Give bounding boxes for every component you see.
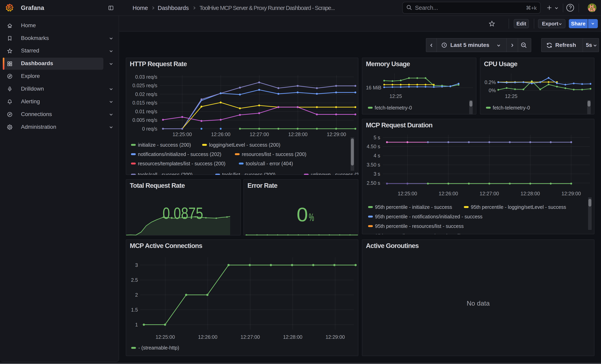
svg-text:12:29:00: 12:29:00 (326, 334, 345, 340)
svg-text:tools/list - success (200): tools/list - success (200) (222, 172, 275, 175)
svg-text:0%: 0% (489, 88, 496, 93)
svg-text:unknown - success (200): unknown - success (200) (311, 172, 358, 175)
svg-text:1.5: 1.5 (131, 307, 138, 313)
svg-text:logging/setLevel - success (20: logging/setLevel - success (200) (209, 142, 280, 148)
svg-text:tools/call - error (404): tools/call - error (404) (246, 161, 293, 166)
svg-text:12:26:00: 12:26:00 (211, 132, 230, 137)
svg-text:12:27:00: 12:27:00 (250, 132, 269, 137)
svg-text:%: % (309, 211, 314, 223)
svg-text:4.50 s: 4.50 s (367, 144, 380, 149)
svg-text:0.0875: 0.0875 (163, 204, 203, 222)
svg-text:0 req/s: 0 req/s (142, 126, 157, 132)
svg-text:95th percentile - resources/li: 95th percentile - resources/list - succe… (375, 223, 464, 229)
svg-text:3: 3 (135, 262, 138, 268)
svg-text:12:28:00: 12:28:00 (521, 191, 540, 196)
svg-text:12:25:00: 12:25:00 (398, 191, 417, 196)
svg-text:4 s: 4 s (374, 153, 380, 158)
svg-text:95th percentile - logging/setL: 95th percentile - logging/setLevel - suc… (471, 204, 566, 210)
svg-text:12:27:00: 12:27:00 (240, 334, 260, 340)
svg-text:1: 1 (135, 322, 138, 327)
svg-text:0.03 req/s: 0.03 req/s (135, 74, 157, 80)
svg-text:resources/list - success (200): resources/list - success (200) (242, 151, 306, 157)
svg-text:12:25: 12:25 (505, 93, 518, 99)
svg-text:12:28:00: 12:28:00 (288, 132, 308, 137)
svg-text:fetch-telemetry-0: fetch-telemetry-0 (375, 105, 412, 110)
svg-text:fetch-telemetry-0: fetch-telemetry-0 (493, 105, 530, 110)
svg-text:0.025 req/s: 0.025 req/s (132, 83, 157, 88)
svg-text:0.02 req/s: 0.02 req/s (135, 91, 157, 97)
svg-text:16 MiB: 16 MiB (366, 85, 381, 90)
svg-text:95th percentile - resources/te: 95th percentile - resources/templates/li… (375, 233, 487, 234)
svg-text:tools/call - success (200): tools/call - success (200) (138, 172, 193, 175)
svg-text:12:26:00: 12:26:00 (439, 191, 458, 196)
svg-text:12:29:00: 12:29:00 (561, 191, 581, 196)
svg-text:12:25: 12:25 (390, 93, 402, 99)
svg-text:0.2%: 0.2% (485, 79, 496, 85)
svg-text:2.50 s: 2.50 s (367, 180, 380, 186)
svg-text:12:25:00: 12:25:00 (156, 334, 175, 340)
svg-text:initialize - success (200): initialize - success (200) (138, 142, 191, 148)
svg-text:resources/templates/list - suc: resources/templates/list - success (200) (138, 161, 225, 166)
svg-text:notifications/initialized - su: notifications/initialized - success (202… (138, 151, 221, 157)
svg-text:12:26:00: 12:26:00 (198, 334, 217, 340)
svg-text:0: 0 (297, 204, 308, 226)
svg-text:3 s: 3 s (374, 171, 380, 177)
svg-text:- (streamable-http): - (streamable-http) (138, 345, 179, 351)
svg-text:2.5: 2.5 (131, 277, 138, 283)
svg-text:5 s: 5 s (374, 135, 380, 140)
svg-text:12:25:00: 12:25:00 (172, 132, 192, 137)
svg-text:0.01 req/s: 0.01 req/s (135, 109, 157, 114)
svg-text:95th percentile - notification: 95th percentile - notifications/initiali… (375, 214, 482, 219)
svg-text:95th percentile - initialize -: 95th percentile - initialize - success (375, 204, 452, 210)
svg-text:12:29:00: 12:29:00 (327, 132, 346, 137)
svg-text:12:27:00: 12:27:00 (480, 191, 499, 196)
svg-text:12:28:00: 12:28:00 (283, 334, 302, 340)
svg-text:0.015 req/s: 0.015 req/s (132, 100, 157, 106)
svg-text:3.50 s: 3.50 s (367, 162, 380, 167)
svg-text:0.005 req/s: 0.005 req/s (132, 117, 157, 123)
svg-text:2: 2 (135, 292, 138, 298)
